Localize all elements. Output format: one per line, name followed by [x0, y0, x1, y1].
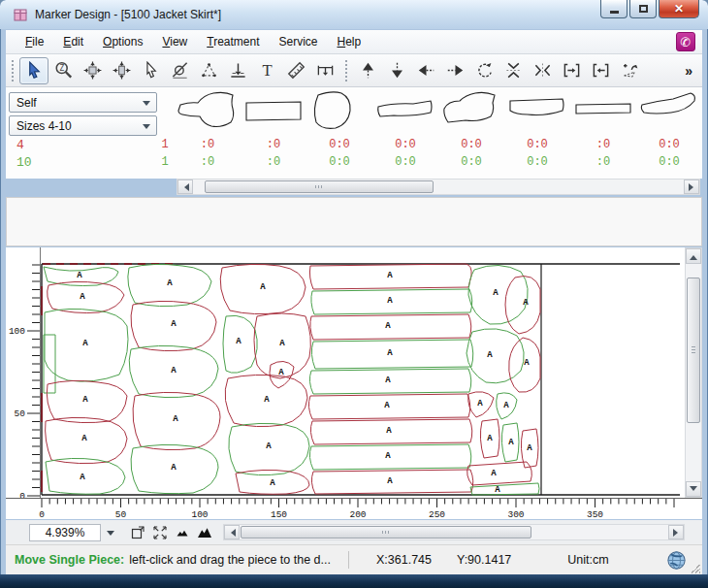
piece-size-label: A	[77, 271, 82, 280]
pick-arrow-button[interactable]	[136, 57, 165, 84]
sizes-combobox[interactable]: Sizes 4-10	[9, 115, 157, 136]
menu-file[interactable]: File	[16, 31, 53, 52]
v-ruler-label: 0	[19, 491, 25, 498]
ruler-tool-button[interactable]	[281, 57, 310, 84]
menu-treatment[interactable]: Treatment	[197, 31, 269, 52]
svg-text:T: T	[262, 61, 272, 80]
remote-support-phone-icon[interactable]: ✆	[676, 32, 695, 51]
scroll-right-button[interactable]	[668, 525, 684, 539]
marker-piece[interactable]	[48, 281, 124, 312]
vertical-ruler: 050100	[6, 247, 41, 498]
move-up-button[interactable]	[353, 57, 382, 84]
close-button[interactable]: ✕	[659, 0, 699, 18]
chevron-down-icon	[143, 124, 150, 133]
drop-piece-button[interactable]	[223, 57, 252, 84]
move-right-button[interactable]	[440, 57, 469, 84]
marker-piece[interactable]	[467, 462, 532, 485]
bump-left-button[interactable]	[586, 57, 615, 84]
piece-size-label: A	[264, 395, 270, 405]
minimize-button[interactable]	[600, 0, 628, 18]
zoom-z-button[interactable]: Z	[48, 57, 78, 84]
piece-count-red: 0:0	[461, 138, 482, 151]
piece-count-red: 0:0	[395, 138, 416, 151]
piece-count-green: 0:0	[395, 155, 416, 169]
scroll-left-button[interactable]	[224, 525, 240, 539]
scroll-down-button[interactable]	[686, 481, 701, 497]
piece-selector-panel: Self Sizes 4-10 4 10 1:0:00:00:00:00:0:0…	[6, 87, 702, 179]
fine-rotate-button[interactable]	[615, 57, 644, 84]
fit-window-icon[interactable]	[148, 522, 171, 542]
piece-count-red: 1	[161, 138, 168, 151]
zoom-level-value: 4.939%	[46, 526, 85, 539]
scroll-right-button[interactable]	[684, 180, 699, 194]
piece-thumbnail-2[interactable]	[242, 89, 305, 136]
resize-grip[interactable]	[691, 564, 700, 573]
arrow-down-icon	[690, 486, 697, 495]
scroll-left-button[interactable]	[177, 180, 193, 194]
fabric-combobox[interactable]: Self	[9, 92, 157, 113]
bump-right-button[interactable]	[557, 57, 586, 84]
toolbar-grip[interactable]	[12, 60, 14, 82]
view-icon-group	[126, 522, 215, 542]
piece-thumbnail-1[interactable]	[177, 89, 239, 136]
marker-canvas-zone: 050100 AAAAAAAAAAAAAAAAAAAAAAAAAAAAAAAAA…	[6, 247, 702, 498]
zoom-dropdown-arrow[interactable]	[107, 531, 114, 539]
scrollbar-thumb[interactable]	[205, 180, 434, 193]
toolbar-overflow-button[interactable]: »	[685, 63, 692, 79]
scrollbar-track[interactable]	[193, 180, 684, 194]
status-mode-label: Move Single Piece:	[15, 553, 124, 567]
zoom-z-icon: Z	[54, 61, 73, 80]
scrollbar-track[interactable]	[240, 525, 668, 539]
collapse-h-button[interactable]	[528, 57, 557, 84]
canvas-vertical-scrollbar[interactable]	[685, 247, 702, 498]
restore-button[interactable]	[629, 0, 657, 18]
piece-thumbnail-8[interactable]	[638, 89, 700, 136]
menu-view[interactable]: View	[152, 31, 197, 52]
collapse-h-icon	[533, 61, 552, 80]
toolbar-grip[interactable]	[345, 60, 347, 82]
status-divider	[348, 551, 349, 569]
piece-count-green: 0:0	[329, 155, 350, 169]
marker-piece[interactable]	[467, 329, 524, 383]
scrollbar-thumb[interactable]	[241, 526, 531, 539]
piece-count-green: 1	[161, 155, 168, 169]
piece-size-label: A	[493, 288, 499, 298]
rotate-ccw-button[interactable]	[469, 57, 499, 84]
piece-size-label: A	[167, 278, 173, 288]
measure-span-button[interactable]	[310, 57, 339, 84]
piece-thumbnail-5[interactable]	[440, 89, 502, 136]
select-pointer-button[interactable]	[19, 57, 48, 84]
menu-edit[interactable]: Edit	[53, 31, 93, 52]
bundle-count-red: 4	[16, 138, 24, 152]
piece-strip-scrollbar[interactable]	[177, 179, 700, 195]
arrow-left-icon	[180, 183, 189, 191]
pieces-large-icon[interactable]	[193, 522, 215, 542]
rotate-piece-button[interactable]	[165, 57, 194, 84]
piece-thumbnail-7[interactable]	[572, 89, 634, 136]
spread-v-button[interactable]	[107, 57, 136, 84]
text-tool-button[interactable]: T	[252, 57, 281, 84]
move-down-button[interactable]	[382, 57, 411, 84]
menu-options[interactable]: Options	[93, 31, 152, 52]
piece-thumbnail-4[interactable]	[374, 89, 436, 136]
bump-left-icon	[592, 61, 610, 80]
spread-h-button[interactable]	[78, 57, 107, 84]
h-ruler-label: 250	[429, 509, 445, 519]
plot-area-icon[interactable]	[126, 522, 148, 542]
marker-canvas[interactable]: AAAAAAAAAAAAAAAAAAAAAAAAAAAAAAAAAAAAAA	[41, 247, 681, 498]
piece-thumbnail-6[interactable]	[506, 89, 568, 136]
globe-icon[interactable]	[666, 550, 687, 571]
move-left-button[interactable]	[411, 57, 440, 84]
pieces-small-icon[interactable]	[171, 522, 193, 542]
collapse-v-button[interactable]	[499, 57, 528, 84]
align-piece-button[interactable]	[194, 57, 223, 84]
scroll-up-button[interactable]	[686, 248, 701, 264]
scrollbar-track[interactable]	[686, 264, 701, 481]
scrollbar-thumb[interactable]	[687, 278, 700, 423]
zoom-level-combobox[interactable]: 4.939%	[29, 524, 101, 541]
piece-thumbnail-3[interactable]	[308, 89, 370, 136]
menu-service[interactable]: Service	[270, 31, 328, 52]
canvas-horizontal-scrollbar[interactable]	[223, 524, 685, 540]
menu-help[interactable]: Help	[328, 31, 371, 52]
marker-piece[interactable]	[310, 314, 471, 340]
